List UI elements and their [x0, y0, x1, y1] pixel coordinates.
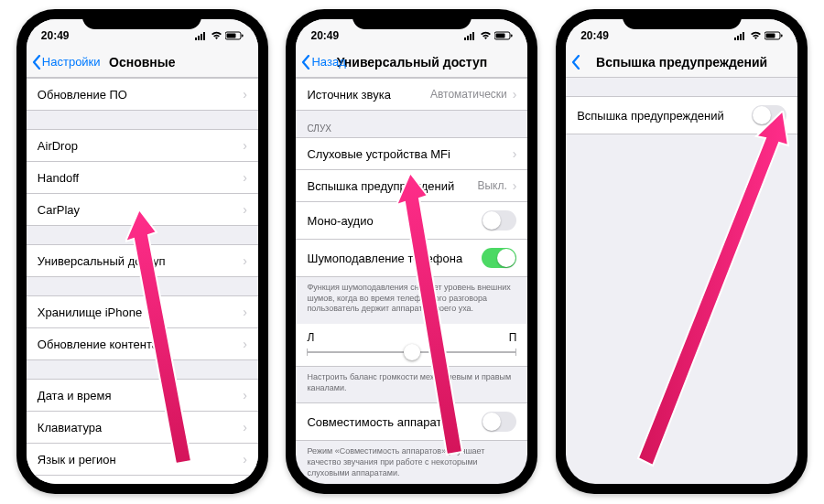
- svg-rect-7: [464, 38, 466, 40]
- notch: [623, 9, 742, 29]
- phone-general: 20:49 Настройки Основные Обновление ПО› …: [16, 9, 268, 494]
- chevron-right-icon: ›: [243, 253, 247, 268]
- row-airdrop[interactable]: AirDrop›: [27, 129, 258, 162]
- chevron-right-icon: ›: [243, 388, 247, 402]
- svg-rect-6: [242, 35, 244, 38]
- row-content-update[interactable]: Обновление контента›: [27, 328, 258, 360]
- back-label: Назад: [311, 55, 345, 69]
- chevron-right-icon: ›: [243, 202, 247, 217]
- row-balance-slider[interactable]: Л П: [296, 324, 527, 367]
- content-scroll[interactable]: Источник звукаАвтоматически› СЛУХ Слухов…: [296, 78, 527, 484]
- row-language[interactable]: Язык и регион›: [27, 444, 258, 476]
- status-icons: [464, 31, 513, 40]
- signal-icon: [464, 31, 477, 40]
- row-label: Handoff: [38, 171, 243, 185]
- balance-left-label: Л: [307, 331, 314, 344]
- notch: [82, 9, 201, 29]
- row-label: Шумоподавление телефона: [307, 252, 482, 265]
- chevron-right-icon: ›: [513, 87, 517, 102]
- toggle-noise[interactable]: [482, 248, 516, 268]
- note-noise: Функция шумоподавления снижает уровень в…: [296, 277, 527, 324]
- svg-rect-1: [198, 36, 200, 40]
- svg-rect-5: [226, 34, 235, 38]
- battery-icon: [764, 31, 783, 40]
- svg-rect-13: [511, 35, 513, 38]
- row-label: Хранилище iPhone: [38, 306, 243, 319]
- chevron-right-icon: ›: [243, 452, 247, 466]
- toggle-mono[interactable]: [482, 210, 516, 231]
- row-noise-cancel[interactable]: Шумоподавление телефона: [296, 240, 527, 277]
- row-storage[interactable]: Хранилище iPhone›: [27, 295, 258, 328]
- phone-accessibility: 20:49 Назад Универсальный доступ Источни…: [286, 9, 537, 494]
- note-balance: Настроить баланс громкости между левым и…: [296, 367, 527, 402]
- toggle-led-flash[interactable]: [752, 105, 786, 125]
- screen: 20:49 Вспышка предупреждений Вспышка пре…: [566, 19, 797, 484]
- phone-led-flash: 20:49 Вспышка предупреждений Вспышка пре…: [556, 9, 808, 494]
- row-sound-source[interactable]: Источник звукаАвтоматически›: [296, 78, 527, 111]
- note-compat: Режим «Совместимость аппаратов» улучшает…: [296, 441, 527, 484]
- chevron-left-icon: [301, 55, 310, 70]
- svg-rect-19: [766, 34, 775, 38]
- row-label: Совместимость аппаратов: [307, 415, 482, 429]
- row-keyboard[interactable]: Клавиатура›: [27, 412, 258, 444]
- back-button[interactable]: Настройки: [32, 55, 101, 70]
- svg-rect-20: [781, 35, 783, 38]
- wifi-icon: [750, 31, 762, 40]
- row-label: Обновление контента: [38, 338, 243, 351]
- svg-rect-17: [743, 32, 744, 40]
- svg-rect-8: [467, 36, 469, 40]
- row-label: Дата и время: [38, 389, 243, 402]
- svg-rect-12: [496, 34, 505, 38]
- row-label: Моно-аудио: [307, 214, 482, 228]
- slider-track[interactable]: [307, 351, 516, 353]
- chevron-right-icon: ›: [513, 146, 517, 161]
- row-hearing-compat[interactable]: Совместимость аппаратов: [296, 402, 527, 441]
- nav-title: Универсальный доступ: [337, 55, 488, 70]
- row-datetime[interactable]: Дата и время›: [27, 379, 258, 412]
- signal-icon: [734, 31, 747, 40]
- svg-rect-15: [737, 36, 739, 40]
- battery-icon: [494, 31, 513, 40]
- status-icons: [195, 31, 244, 40]
- content-scroll[interactable]: Вспышка предупреждений: [566, 78, 797, 484]
- nav-title: Основные: [109, 55, 176, 70]
- row-label: Слуховые устройства MFi: [307, 147, 512, 161]
- row-label: Вспышка предупреждений: [577, 109, 752, 123]
- row-handoff[interactable]: Handoff›: [27, 162, 258, 194]
- chevron-right-icon: ›: [243, 337, 247, 351]
- status-time: 20:49: [580, 29, 609, 42]
- svg-rect-16: [740, 34, 742, 40]
- row-software-update[interactable]: Обновление ПО›: [27, 78, 258, 111]
- status-time: 20:49: [41, 29, 70, 42]
- wifi-icon: [211, 31, 222, 40]
- row-label: Обновление ПО: [38, 88, 243, 102]
- balance-right-label: П: [509, 331, 517, 344]
- chevron-right-icon: ›: [243, 420, 247, 434]
- notch: [352, 9, 472, 29]
- content-scroll[interactable]: Обновление ПО› AirDrop› Handoff› CarPlay…: [27, 78, 258, 484]
- row-label: Вспышка предупреждений: [307, 179, 477, 193]
- svg-rect-2: [201, 34, 202, 40]
- chevron-right-icon: ›: [513, 178, 517, 193]
- row-mono-audio[interactable]: Моно-аудио: [296, 202, 527, 240]
- svg-rect-9: [470, 34, 472, 40]
- row-mfi[interactable]: Слуховые устройства MFi›: [296, 137, 527, 170]
- row-label: CarPlay: [38, 203, 243, 217]
- row-led-flash-toggle[interactable]: Вспышка предупреждений: [566, 96, 797, 134]
- row-label: AirDrop: [38, 139, 243, 153]
- row-detail: Автоматически: [430, 88, 507, 101]
- chevron-right-icon: ›: [243, 87, 247, 102]
- toggle-compat[interactable]: [482, 412, 516, 432]
- back-button[interactable]: [571, 55, 580, 70]
- row-label: Язык и регион: [38, 453, 243, 466]
- row-dictionary[interactable]: Словарь›: [27, 476, 258, 484]
- signal-icon: [195, 31, 208, 40]
- row-label: Универсальный доступ: [38, 254, 243, 268]
- slider-thumb[interactable]: [404, 344, 420, 360]
- row-carplay[interactable]: CarPlay›: [27, 194, 258, 226]
- row-led-flash[interactable]: Вспышка предупрежденийВыкл.›: [296, 170, 527, 202]
- back-button[interactable]: Назад: [301, 55, 345, 70]
- row-accessibility[interactable]: Универсальный доступ›: [27, 244, 258, 277]
- row-detail: Выкл.: [477, 179, 506, 192]
- chevron-left-icon: [571, 55, 580, 70]
